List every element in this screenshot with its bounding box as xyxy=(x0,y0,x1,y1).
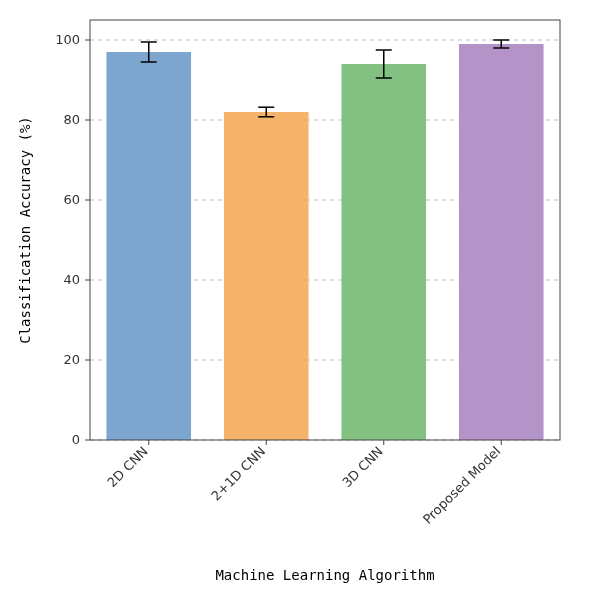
y-tick-label: 100 xyxy=(55,32,80,47)
y-tick-label: 20 xyxy=(63,352,80,367)
x-tick-label: 2+1D CNN xyxy=(208,444,268,504)
bar-1 xyxy=(224,112,309,440)
bar-2 xyxy=(341,64,426,440)
y-tick-label: 0 xyxy=(72,432,80,447)
bar-chart: 0204060801002D CNN2+1D CNN3D CNNProposed… xyxy=(0,0,590,608)
y-tick-label: 60 xyxy=(63,192,80,207)
x-tick-label: 2D CNN xyxy=(104,444,151,491)
chart-container: 0204060801002D CNN2+1D CNN3D CNNProposed… xyxy=(0,0,590,608)
y-tick-label: 40 xyxy=(63,272,80,287)
x-tick-label: Proposed Model xyxy=(420,444,503,527)
y-tick-label: 80 xyxy=(63,112,80,127)
y-axis-label: Classification Accuracy (%) xyxy=(17,116,33,344)
x-tick-label: 3D CNN xyxy=(339,444,386,491)
x-axis-label: Machine Learning Algorithm xyxy=(215,567,434,583)
bar-3 xyxy=(459,44,544,440)
bar-0 xyxy=(106,52,191,440)
